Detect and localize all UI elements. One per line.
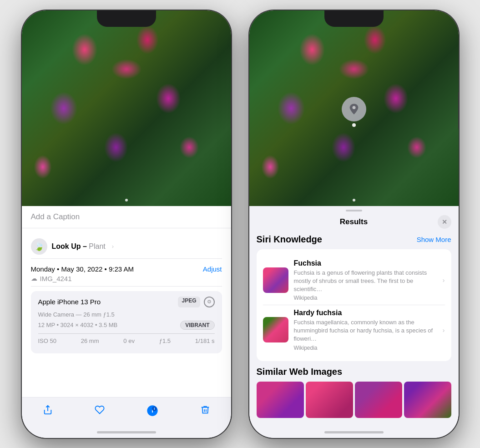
left-photo[interactable] [22,10,231,206]
sheet-handle [346,210,362,211]
hardy-fuchsia-chevron-icon: › [443,326,445,334]
focal-value: 26 mm [81,337,99,344]
siri-knowledge-header: Siri Knowledge Show More [257,234,451,245]
visual-lookup-button[interactable] [342,97,366,121]
settings-icon[interactable]: ⚙ [204,297,215,307]
hardy-fuchsia-thumbnail [263,317,288,342]
similar-image-3[interactable] [355,382,402,418]
exif-row: ISO 50 26 mm 0 ev ƒ1.5 1/181 s [38,333,215,348]
results-sheet: Results ✕ Siri Knowledge Show More [249,206,459,438]
fuchsia-desc: Fuchsia is a genus of flowering plants t… [294,269,437,294]
date-text: Monday • May 30, 2022 • 9:23 AM [31,265,134,273]
resolution-text: 12 MP • 3024 × 4032 • 3.5 MB [38,322,118,328]
similar-image-2[interactable] [306,382,353,418]
info-section: 🍃 Look Up – Plant › Monday • May 30, 202… [22,228,231,360]
right-phone: Results ✕ Siri Knowledge Show More [249,10,459,438]
hardy-fuchsia-desc: Fuchsia magellanica, commonly known as t… [294,318,437,343]
fuchsia-result-item[interactable]: Fuchsia Fuchsia is a genus of flowering … [263,256,445,305]
aperture-value: ƒ1.5 [159,337,171,344]
filename: IMG_4241 [40,275,72,282]
share-button[interactable] [43,405,53,415]
hardy-fuchsia-info: Hardy fuchsia Fuchsia magellanica, commo… [294,309,437,351]
svg-text:i: i [154,407,155,411]
fuchsia-name: Fuchsia [294,259,437,267]
fuchsia-thumbnail [263,267,288,293]
svg-point-6 [352,106,355,109]
adjust-button[interactable]: Adjust [203,265,222,273]
device-name: Apple iPhone 13 Pro [38,298,101,306]
similar-images-row [257,382,451,418]
left-phone: Add a Caption 🍃 Look Up – Plant › Monday… [22,10,231,438]
cloud-icon: ☁ [31,275,37,282]
results-content: Siri Knowledge Show More Fuchsia Fuchsia… [249,234,459,438]
like-button[interactable] [95,405,105,415]
device-section: Apple iPhone 13 Pro JPEG ⚙ Wide Camera —… [31,291,222,353]
fuchsia-info: Fuchsia Fuchsia is a genus of flowering … [294,259,437,302]
right-home-indicator [324,431,384,433]
filter-badge: VIBRANT [180,321,214,330]
siri-lookup-icon: 🍃 [31,238,47,255]
date-row: Monday • May 30, 2022 • 9:23 AM Adjust ☁… [31,259,222,287]
fuchsia-chevron-icon: › [443,276,445,284]
siri-knowledge-title: Siri Knowledge [257,234,322,245]
hardy-fuchsia-source: Wikipedia [294,345,437,351]
home-indicator [97,431,156,433]
lookup-indicator-dot [352,123,356,127]
siri-knowledge-card: Fuchsia Fuchsia is a genus of flowering … [257,249,451,361]
camera-specs: Wide Camera — 26 mm ƒ1.5 [38,311,215,318]
info-button[interactable]: i i [147,405,158,417]
sheet-handle-area [249,206,459,213]
fuchsia-source: Wikipedia [294,295,437,301]
similar-title: Similar Web Images [257,367,451,377]
hardy-fuchsia-result-item[interactable]: Hardy fuchsia Fuchsia magellanica, commo… [263,305,445,355]
iso-value: ISO 50 [38,337,56,344]
similar-section: Similar Web Images [257,367,451,418]
caption-placeholder[interactable]: Add a Caption [31,212,80,221]
hardy-fuchsia-name: Hardy fuchsia [294,309,437,317]
similar-image-4[interactable] [404,382,451,418]
lookup-label: Look Up – Plant [52,242,106,251]
show-more-button[interactable]: Show More [417,236,451,243]
lookup-row[interactable]: 🍃 Look Up – Plant › [31,235,222,259]
shutter-value: 1/181 s [195,337,215,344]
caption-area[interactable]: Add a Caption [22,206,231,228]
results-title: Results [270,217,438,227]
delete-button[interactable] [200,405,210,415]
close-button[interactable]: ✕ [438,215,451,229]
lookup-chevron-icon: › [112,243,114,250]
similar-image-1[interactable] [257,382,304,418]
right-photo[interactable] [249,10,459,206]
ev-value: 0 ev [123,337,135,344]
results-header: Results ✕ [249,213,459,234]
format-badge: JPEG [178,297,200,307]
